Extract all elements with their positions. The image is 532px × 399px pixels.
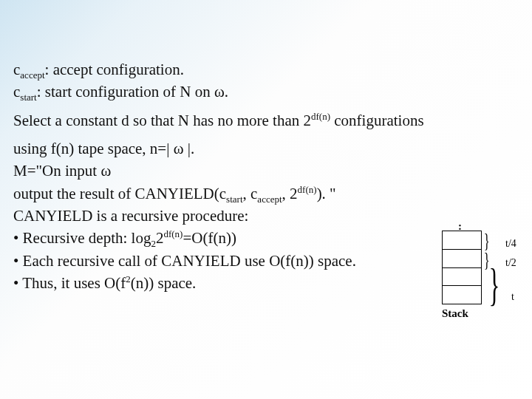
label-t: t: [511, 291, 514, 303]
out-g: ). ": [317, 185, 336, 202]
stack-figure: : } } } t/4 t/2 t Stack: [442, 231, 528, 328]
out-e: , 2: [282, 185, 298, 202]
sel-c: configurations: [330, 112, 424, 129]
cell-4: [443, 285, 481, 304]
out-sub1: start: [226, 194, 242, 205]
line-canyield: CANYIELD is a recursive procedure:: [13, 205, 519, 226]
stack-box: [442, 231, 482, 304]
out-sub2: accept: [257, 194, 282, 205]
sel-a: Select a constant d so that N has no mor…: [13, 112, 311, 129]
line-cstart: cstart: start configuration of N on ω.: [13, 81, 519, 102]
line-output: output the result of CANYIELD(cstart, ca…: [13, 183, 519, 204]
th-a: • Thus, it uses O(f: [13, 274, 126, 292]
txt-accept: : accept configuration.: [45, 61, 184, 78]
th-c: (n)) space.: [131, 274, 197, 292]
d-sup: df(n): [163, 228, 183, 239]
c1: c: [13, 61, 20, 78]
d-e: =O(f(n)): [183, 229, 236, 247]
line-select: Select a constant d so that N has no mor…: [13, 110, 519, 131]
dots-icon: :: [458, 220, 462, 233]
cell-2: [443, 249, 481, 267]
sel-sup: df(n): [311, 111, 330, 122]
brace-icon: }: [488, 259, 499, 311]
line-m: M="On input ω: [13, 160, 519, 181]
out-sup: df(n): [298, 184, 317, 195]
d-c: 2: [156, 229, 164, 247]
c2: c: [13, 83, 20, 100]
line-using: using f(n) tape space, n=| ω |.: [13, 138, 519, 159]
cell-1: [443, 231, 481, 249]
out-c: , c: [243, 185, 258, 202]
label-t4: t/4: [505, 238, 516, 250]
label-t2: t/2: [505, 257, 516, 269]
label-stack: Stack: [442, 307, 468, 320]
out-a: output the result of CANYIELD(c: [13, 185, 226, 202]
sub-accept: accept: [20, 69, 44, 81]
txt-start: : start configuration of N on ω.: [37, 83, 228, 100]
sub-start: start: [20, 92, 36, 103]
d-a: • Recursive depth: log: [13, 229, 151, 247]
cell-3: [443, 267, 481, 286]
line-caccept: caccept: accept configuration.: [13, 59, 519, 80]
